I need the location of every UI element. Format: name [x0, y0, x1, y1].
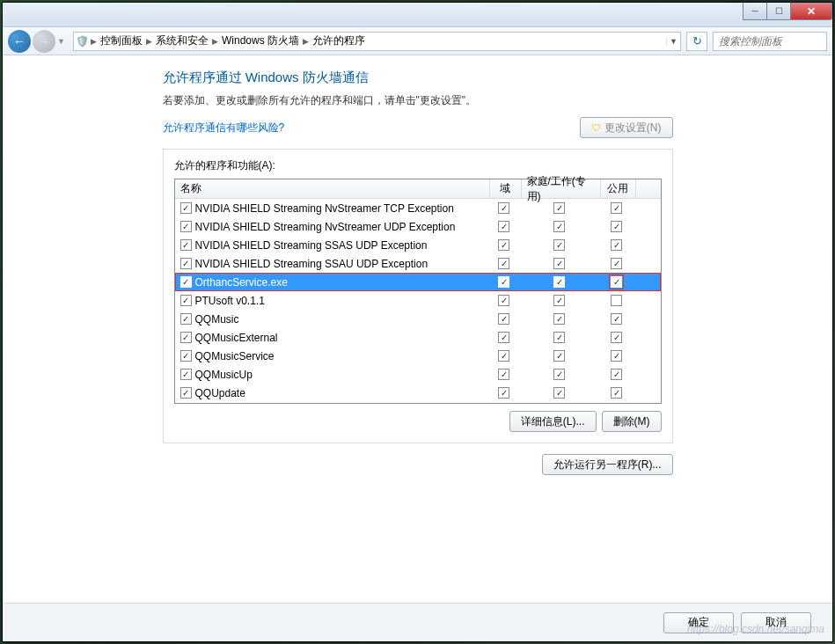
- allow-another-program-button[interactable]: 允许运行另一程序(R)...: [542, 454, 673, 475]
- domain-checkbox[interactable]: [498, 295, 509, 306]
- table-row[interactable]: NVIDIA SHIELD Streaming SSAS UDP Excepti…: [175, 236, 661, 254]
- breadcrumb-item[interactable]: Windows 防火墙: [219, 33, 302, 48]
- allowed-programs-group: 允许的程序和功能(A): 名称 域 家庭/工作(专用) 公用 NVIDIA SH…: [163, 149, 673, 443]
- public-checkbox[interactable]: [611, 239, 622, 251]
- domain-cell: [490, 291, 522, 310]
- enabled-checkbox[interactable]: [180, 369, 192, 380]
- refresh-button[interactable]: ↻: [686, 32, 707, 51]
- table-row[interactable]: NVIDIA SHIELD Streaming NvStreamer TCP E…: [175, 199, 661, 217]
- public-checkbox[interactable]: [611, 221, 622, 232]
- domain-checkbox[interactable]: [498, 350, 509, 362]
- details-button[interactable]: 详细信息(L)...: [509, 411, 597, 432]
- public-checkbox[interactable]: [611, 295, 622, 306]
- enabled-checkbox[interactable]: [180, 276, 192, 288]
- enabled-checkbox[interactable]: [180, 239, 192, 251]
- public-checkbox[interactable]: [611, 369, 622, 380]
- enabled-checkbox[interactable]: [180, 295, 192, 306]
- maximize-button[interactable]: ☐: [766, 3, 791, 20]
- public-checkbox[interactable]: [611, 387, 622, 399]
- domain-checkbox[interactable]: [498, 239, 509, 251]
- table-row[interactable]: NVIDIA SHIELD Streaming NvStreamer UDP E…: [175, 217, 661, 236]
- close-button[interactable]: ✕: [790, 3, 832, 20]
- enabled-checkbox[interactable]: [180, 387, 192, 399]
- nav-forward-button[interactable]: →: [33, 30, 55, 53]
- home-cell: [522, 291, 601, 310]
- table-row[interactable]: QQMusic: [175, 310, 661, 328]
- domain-cell: [490, 328, 522, 347]
- home-checkbox[interactable]: [553, 239, 565, 251]
- ok-button[interactable]: 确定: [663, 612, 734, 633]
- public-checkbox[interactable]: [611, 258, 622, 269]
- domain-checkbox[interactable]: [498, 202, 509, 214]
- breadcrumb-item[interactable]: 系统和安全: [153, 33, 211, 48]
- public-checkbox[interactable]: [611, 350, 622, 362]
- enabled-checkbox[interactable]: [180, 221, 192, 232]
- domain-checkbox[interactable]: [498, 387, 509, 399]
- nav-history-dropdown[interactable]: ▼: [57, 37, 68, 46]
- domain-checkbox[interactable]: [498, 369, 509, 380]
- enabled-checkbox[interactable]: [180, 350, 192, 362]
- domain-checkbox[interactable]: [498, 313, 509, 325]
- column-name[interactable]: 名称: [175, 179, 490, 198]
- breadcrumb-dropdown[interactable]: ▼: [666, 37, 680, 46]
- program-name: QQUpdate: [195, 387, 245, 399]
- search-input[interactable]: [714, 35, 835, 48]
- enabled-checkbox[interactable]: [180, 313, 192, 325]
- group-label: 允许的程序和功能(A):: [174, 158, 662, 173]
- table-row[interactable]: QQUpdate: [175, 384, 661, 402]
- home-checkbox[interactable]: [553, 276, 565, 288]
- home-checkbox[interactable]: [553, 350, 565, 362]
- table-row[interactable]: QQMusicUp: [175, 365, 661, 384]
- column-domain[interactable]: 域: [490, 179, 522, 198]
- public-cell: [601, 291, 636, 310]
- allowed-programs-list[interactable]: 名称 域 家庭/工作(专用) 公用 NVIDIA SHIELD Streamin…: [174, 179, 662, 404]
- home-cell: [522, 199, 601, 217]
- home-cell: [522, 254, 601, 273]
- domain-cell: [490, 236, 522, 254]
- home-cell: [522, 273, 601, 291]
- home-checkbox[interactable]: [553, 369, 565, 380]
- home-checkbox[interactable]: [553, 258, 565, 269]
- table-row[interactable]: OrthancService.exe: [175, 273, 661, 291]
- nav-back-button[interactable]: ←: [8, 30, 31, 53]
- minimize-button[interactable]: ─: [743, 3, 767, 20]
- domain-checkbox[interactable]: [498, 332, 509, 343]
- public-checkbox[interactable]: [611, 276, 622, 288]
- breadcrumb-item[interactable]: 允许的程序: [310, 33, 368, 48]
- public-checkbox[interactable]: [611, 332, 622, 343]
- program-name: QQMusicUp: [195, 369, 253, 381]
- change-settings-button[interactable]: 🛡 更改设置(N): [580, 117, 673, 138]
- enabled-checkbox[interactable]: [180, 202, 192, 214]
- enabled-checkbox[interactable]: [180, 258, 192, 269]
- column-public[interactable]: 公用: [601, 179, 636, 198]
- home-checkbox[interactable]: [553, 387, 565, 399]
- table-row[interactable]: QQMusicService: [175, 347, 661, 365]
- enabled-checkbox[interactable]: [180, 332, 192, 343]
- name-cell: NVIDIA SHIELD Streaming SSAU UDP Excepti…: [175, 254, 490, 273]
- table-row[interactable]: QQMusicExternal: [175, 328, 661, 347]
- home-checkbox[interactable]: [553, 295, 565, 306]
- search-box[interactable]: [713, 32, 827, 51]
- list-body[interactable]: NVIDIA SHIELD Streaming NvStreamer TCP E…: [175, 199, 661, 403]
- breadcrumb-item[interactable]: 控制面板: [98, 33, 145, 48]
- column-home[interactable]: 家庭/工作(专用): [522, 179, 601, 198]
- domain-checkbox[interactable]: [498, 221, 509, 232]
- public-checkbox[interactable]: [611, 313, 622, 325]
- breadcrumb[interactable]: 🛡️ ▶ 控制面板 ▶ 系统和安全 ▶ Windows 防火墙 ▶ 允许的程序 …: [73, 32, 681, 51]
- table-row[interactable]: NVIDIA SHIELD Streaming SSAU UDP Excepti…: [175, 254, 661, 273]
- home-checkbox[interactable]: [553, 313, 565, 325]
- home-checkbox[interactable]: [553, 202, 565, 214]
- cancel-button[interactable]: 取消: [741, 612, 811, 633]
- program-name: QQMusicExternal: [195, 332, 278, 344]
- home-checkbox[interactable]: [553, 332, 565, 343]
- public-checkbox[interactable]: [611, 202, 622, 214]
- chevron-right-icon: ▶: [302, 37, 310, 46]
- home-checkbox[interactable]: [553, 221, 565, 232]
- risk-help-link[interactable]: 允许程序通信有哪些风险?: [163, 121, 285, 135]
- domain-checkbox[interactable]: [498, 258, 509, 269]
- public-cell: [601, 236, 636, 254]
- domain-checkbox[interactable]: [498, 276, 509, 288]
- domain-cell: [490, 384, 522, 402]
- table-row[interactable]: PTUsoft v0.1.1: [175, 291, 661, 310]
- remove-button[interactable]: 删除(M): [602, 411, 662, 432]
